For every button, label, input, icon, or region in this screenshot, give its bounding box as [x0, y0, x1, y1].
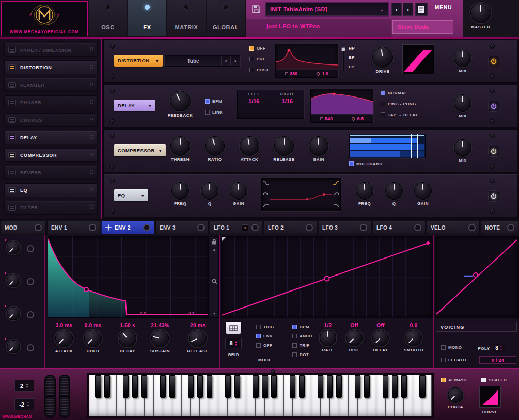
lfo-draw-tool-button[interactable]: [225, 321, 242, 334]
lfo-rise-knob[interactable]: [346, 330, 363, 346]
piano-key-black[interactable]: [355, 375, 360, 398]
mod-drag-handle[interactable]: [251, 224, 259, 231]
poly-count-stepper[interactable]: 8 ▲▼: [493, 344, 505, 352]
eq-low-q-knob[interactable]: [201, 182, 218, 200]
piano-key-black[interactable]: [132, 375, 138, 398]
env2-curve-display[interactable]: 2 s 3 s: [48, 236, 209, 318]
delay-bpm-checkbox[interactable]: BPM: [205, 99, 223, 104]
macro-knob-3[interactable]: [7, 307, 20, 320]
save-icon[interactable]: [251, 4, 261, 14]
compressor-mix-knob[interactable]: [454, 139, 471, 157]
delay-time-right[interactable]: RIGHT 1/16 —: [271, 90, 304, 118]
delay-type-dropdown[interactable]: DELAY: [114, 100, 155, 111]
tab-matrix[interactable]: MATRIX: [167, 0, 206, 36]
drag-handle-icon[interactable]: [90, 47, 93, 53]
voicing-mono-checkbox[interactable]: MONO: [441, 345, 462, 350]
delay-mix-knob[interactable]: [454, 94, 471, 112]
delay-link-checkbox[interactable]: LINK: [205, 110, 223, 115]
eq-type-dropdown[interactable]: EQ: [114, 189, 148, 201]
mod-drag-handle[interactable]: [35, 224, 42, 231]
octave-down-stepper[interactable]: -2 ▲▼: [14, 398, 34, 410]
filter-type-lp[interactable]: LP: [349, 64, 355, 69]
lfo-grid-stepper[interactable]: 8 ▲▼: [225, 338, 242, 348]
eq-curve-display[interactable]: [261, 178, 341, 211]
env-hold-knob[interactable]: [84, 330, 102, 347]
next-arrow-button[interactable]: ›: [230, 56, 240, 66]
piano-key-black[interactable]: [169, 375, 175, 398]
fx-list-item-eq[interactable]: EQ: [4, 183, 98, 197]
stepper-arrows-icon[interactable]: ▲▼: [235, 341, 238, 346]
macro-knob-4[interactable]: [7, 340, 20, 353]
env-attack-knob[interactable]: [55, 330, 73, 347]
piano-key-black[interactable]: [336, 375, 342, 398]
lfo-mode-trig[interactable]: TRIG: [256, 325, 274, 329]
scroll-up-icon[interactable]: ▲: [213, 248, 216, 251]
mod-tab-lfo1[interactable]: LFO 1 1: [210, 221, 263, 234]
piano-key-black[interactable]: [253, 375, 258, 398]
mod-drag-handle[interactable]: [27, 344, 34, 351]
tab-global[interactable]: GLOBAL: [207, 0, 245, 36]
mod-tab-lfo4[interactable]: LFO 4: [372, 221, 426, 234]
delay-mode-tap-delay[interactable]: TAP → DELAY: [381, 112, 418, 117]
eq-low-gain-knob[interactable]: [230, 182, 247, 200]
distortion-mode-selector[interactable]: Tube ‹ ›: [165, 55, 240, 67]
filter-type-slider-handle[interactable]: [341, 47, 345, 51]
browser-icon[interactable]: [415, 3, 428, 16]
env-decay-knob[interactable]: [119, 330, 136, 347]
lfo-mode-off[interactable]: OFF: [256, 343, 274, 348]
compressor-release-knob[interactable]: [274, 136, 294, 156]
porta-scaled-checkbox[interactable]: SCALED: [481, 378, 507, 382]
tab-osc[interactable]: OSC: [89, 0, 127, 36]
preset-author[interactable]: Steve Duda: [392, 20, 453, 34]
delay-power-button[interactable]: [488, 101, 499, 112]
drag-handle-icon[interactable]: [90, 135, 93, 140]
piano-key-black[interactable]: [225, 375, 231, 398]
compressor-gain-knob[interactable]: [309, 136, 328, 156]
piano-key-black[interactable]: [401, 375, 407, 398]
macro-knob-2[interactable]: [7, 274, 20, 287]
lfo1-shape-display[interactable]: [221, 236, 433, 318]
mod-tab-lfo2[interactable]: LFO 2: [264, 221, 317, 234]
tab-fx[interactable]: FX: [128, 0, 166, 36]
compressor-ratio-knob[interactable]: [205, 136, 225, 156]
porta-always-checkbox[interactable]: ALWAYS: [441, 378, 466, 382]
compressor-thresh-knob[interactable]: [170, 136, 190, 156]
distortion-route-off[interactable]: OFF: [249, 46, 269, 51]
piano-key-black[interactable]: [383, 375, 388, 398]
mod-tab-env2[interactable]: ENV 2: [101, 221, 154, 234]
mod-tab-velo[interactable]: VELO: [427, 221, 480, 234]
eq-high-freq-knob[interactable]: [356, 182, 373, 200]
piano-key-black[interactable]: [234, 375, 240, 398]
eq-high-q-knob[interactable]: [385, 182, 403, 200]
prev-arrow-button[interactable]: ‹: [221, 56, 230, 66]
preset-name-dropdown[interactable]: INIT TableAnim [SD]: [265, 3, 388, 16]
eq-high-gain-knob[interactable]: [414, 182, 432, 200]
distortion-type-dropdown[interactable]: DISTORTION: [114, 55, 163, 67]
compressor-attack-knob[interactable]: [240, 136, 259, 156]
mod-drag-handle[interactable]: [27, 278, 34, 285]
distortion-power-button[interactable]: [488, 56, 499, 67]
macro-knob-1[interactable]: [7, 241, 20, 254]
stepper-arrows-icon[interactable]: ▲▼: [26, 383, 28, 389]
piano-key-black[interactable]: [271, 375, 277, 398]
fx-list-item-hyper-dimension[interactable]: HYPER / DIMENSION: [4, 43, 98, 57]
mod-tab-env3[interactable]: ENV 3: [155, 221, 209, 234]
filter-type-hp[interactable]: HP: [349, 46, 355, 51]
piano-key-black[interactable]: [327, 375, 333, 398]
fx-list-item-compressor[interactable]: COMPRESSOR: [4, 148, 98, 162]
lfo-dotted-checkbox[interactable]: DOT: [292, 352, 312, 357]
octave-up-stepper[interactable]: 2 ▲▼: [14, 380, 34, 392]
zoom-icon[interactable]: [212, 279, 217, 284]
preset-prev-button[interactable]: ‹: [391, 3, 402, 16]
fx-list-item-reverb[interactable]: REVERB: [4, 166, 98, 180]
voicing-legato-checkbox[interactable]: LEGATO: [441, 358, 466, 362]
delay-time-left[interactable]: LEFT 1/16 —: [238, 90, 271, 118]
env-release-knob[interactable]: [189, 330, 207, 347]
fx-list-item-chorus[interactable]: CHORUS: [4, 113, 98, 127]
fx-list-item-delay[interactable]: DELAY: [4, 131, 98, 144]
compressor-power-button[interactable]: [488, 146, 499, 157]
mod-drag-handle[interactable]: [414, 224, 421, 231]
lfo-delay-knob[interactable]: [372, 330, 389, 346]
distortion-drive-knob[interactable]: [372, 47, 393, 68]
drag-handle-icon[interactable]: [90, 65, 93, 70]
